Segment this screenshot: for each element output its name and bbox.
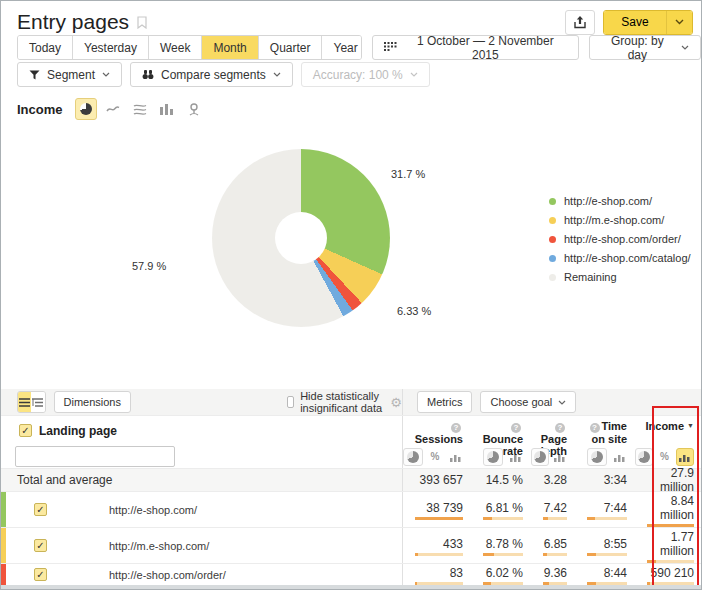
column-header-time-on-site[interactable]: ?Time on site xyxy=(575,420,635,445)
row-checkbox[interactable]: ✓ xyxy=(34,568,47,581)
dimensions-button[interactable]: Dimensions xyxy=(54,391,131,413)
tab-month[interactable]: Month xyxy=(201,36,257,59)
date-range-label: 1 October — 2 November 2015 xyxy=(404,34,567,62)
pie-chart-icon xyxy=(407,451,419,463)
chart-type-line-button[interactable] xyxy=(102,98,124,120)
legend-dot xyxy=(549,255,556,262)
income-percent-view-button[interactable]: % xyxy=(657,448,671,466)
tab-quarter[interactable]: Quarter xyxy=(258,36,322,59)
period-controls: Today Yesterday Week Month Quarter Year … xyxy=(17,35,701,60)
column-header-income[interactable]: Income ▼ xyxy=(635,420,702,432)
income-pie-view-button[interactable] xyxy=(635,448,653,466)
save-split-button: Save xyxy=(603,10,693,35)
row-url-link[interactable]: http://e-shop.com/ xyxy=(109,504,197,516)
help-icon[interactable]: ? xyxy=(511,423,521,433)
choose-goal-button[interactable]: Choose goal xyxy=(480,391,576,413)
funnel-icon xyxy=(29,70,40,80)
legend-item[interactable]: Remaining xyxy=(549,271,691,283)
stacked-area-icon xyxy=(133,103,147,115)
row-color-strip xyxy=(1,528,6,563)
hide-insignificant-checkbox[interactable] xyxy=(287,396,294,408)
tree-view-icon xyxy=(32,398,43,407)
legend-item[interactable]: http://m.e-shop.com/ xyxy=(549,214,691,226)
table-row: ✓ http://e-shop.com/ 38 739 6.81 % 7.42 … xyxy=(1,492,702,528)
bookmark-icon[interactable] xyxy=(137,16,147,29)
sessions-percent-view-button[interactable]: % xyxy=(427,448,443,466)
save-button[interactable]: Save xyxy=(604,11,666,34)
dimension-column-header: Landing page xyxy=(39,424,117,438)
compare-segments-label: Compare segments xyxy=(161,68,266,82)
income-bars-view-button[interactable] xyxy=(676,448,694,466)
segment-button[interactable]: Segment xyxy=(17,62,122,87)
chart-type-map-button[interactable] xyxy=(183,98,205,120)
date-range-button[interactable]: 1 October — 2 November 2015 xyxy=(372,35,579,60)
tab-year[interactable]: Year xyxy=(321,36,362,59)
sessions-bars-view-button[interactable] xyxy=(447,448,463,466)
chevron-down-icon xyxy=(102,72,110,77)
compare-segments-button[interactable]: Compare segments xyxy=(130,62,293,87)
gear-icon[interactable]: ⚙ xyxy=(390,396,402,409)
dimension-filter-input[interactable] xyxy=(15,446,175,467)
bounce-bars-view-button[interactable] xyxy=(507,448,523,466)
line-chart-icon xyxy=(106,103,120,115)
accuracy-button: Accuracy: 100 % xyxy=(301,62,430,87)
pie-chart-icon xyxy=(80,103,92,115)
help-icon[interactable]: ? xyxy=(555,423,565,433)
row-checkbox[interactable]: ✓ xyxy=(34,539,47,552)
group-by-label: Group: by day xyxy=(601,34,674,62)
row-color-strip xyxy=(1,492,6,527)
chevron-down-icon xyxy=(410,72,418,77)
help-icon[interactable]: ? xyxy=(590,423,600,433)
row-url-link[interactable]: http://e-shop.com/order/ xyxy=(109,569,226,581)
pie-chart-icon xyxy=(638,451,650,463)
page-header: Entry pages Save xyxy=(17,7,693,37)
tree-view-button[interactable] xyxy=(31,392,44,412)
legend-item[interactable]: http://e-shop.com/catalog/ xyxy=(549,252,691,264)
flat-list-view-button[interactable] xyxy=(18,392,31,412)
page-depth-bars-view-button[interactable] xyxy=(553,448,567,466)
legend-dot xyxy=(549,217,556,224)
binoculars-icon xyxy=(142,69,154,80)
total-row: Total and average 393 657 14.5 % 3.28 3:… xyxy=(1,469,702,492)
pie-chart-icon xyxy=(534,451,546,463)
chart-legend: http://e-shop.com/ http://m.e-shop.com/ … xyxy=(549,195,691,283)
pie-chart-icon xyxy=(487,451,499,463)
calendar-icon xyxy=(384,42,397,53)
pie-label-meshop: 6.33 % xyxy=(397,305,431,317)
column-chart-icon xyxy=(160,103,173,115)
select-all-checkbox[interactable]: ✓ xyxy=(19,424,32,437)
export-button[interactable] xyxy=(565,10,595,35)
table-row: ✓ http://e-shop.com/order/ 83 6.02 % 9.3… xyxy=(1,564,702,586)
legend-item[interactable]: http://e-shop.com/order/ xyxy=(549,233,691,245)
row-checkbox[interactable]: ✓ xyxy=(34,503,47,516)
table-toolbar: Dimensions Hide statistically insignific… xyxy=(1,389,702,416)
chart-type-columns-button[interactable] xyxy=(156,98,178,120)
export-icon xyxy=(573,16,587,29)
map-pin-icon xyxy=(188,103,200,116)
row-color-strip xyxy=(1,564,6,585)
page-depth-pie-view-button[interactable] xyxy=(531,448,549,466)
column-header-sessions[interactable]: ?Sessions xyxy=(403,420,471,445)
sessions-pie-view-button[interactable] xyxy=(403,448,423,466)
group-by-button[interactable]: Group: by day xyxy=(589,35,701,60)
metrics-button[interactable]: Metrics xyxy=(417,391,472,413)
period-tabs: Today Yesterday Week Month Quarter Year xyxy=(17,35,362,60)
help-icon[interactable]: ? xyxy=(451,423,461,433)
tab-week[interactable]: Week xyxy=(148,36,201,59)
time-pie-view-button[interactable] xyxy=(587,448,607,466)
window-edge xyxy=(1,585,702,589)
chevron-down-icon xyxy=(558,400,566,405)
row-url-link[interactable]: http://m.e-shop.com/ xyxy=(109,540,209,552)
tab-today[interactable]: Today xyxy=(18,36,72,59)
pie-label-remaining: 57.9 % xyxy=(132,260,166,272)
chart-type-stacked-button[interactable] xyxy=(129,98,151,120)
chart-type-pie-button[interactable] xyxy=(75,98,97,120)
chart-area: 31.7 % 6.33 % 57.9 % http://e-shop.com/ … xyxy=(1,125,702,389)
donut-hole xyxy=(275,212,327,264)
legend-item[interactable]: http://e-shop.com/ xyxy=(549,195,691,207)
time-bars-view-button[interactable] xyxy=(611,448,627,466)
bounce-pie-view-button[interactable] xyxy=(483,448,503,466)
total-row-label: Total and average xyxy=(17,473,112,487)
tab-yesterday[interactable]: Yesterday xyxy=(72,36,148,59)
save-dropdown-button[interactable] xyxy=(666,11,692,34)
